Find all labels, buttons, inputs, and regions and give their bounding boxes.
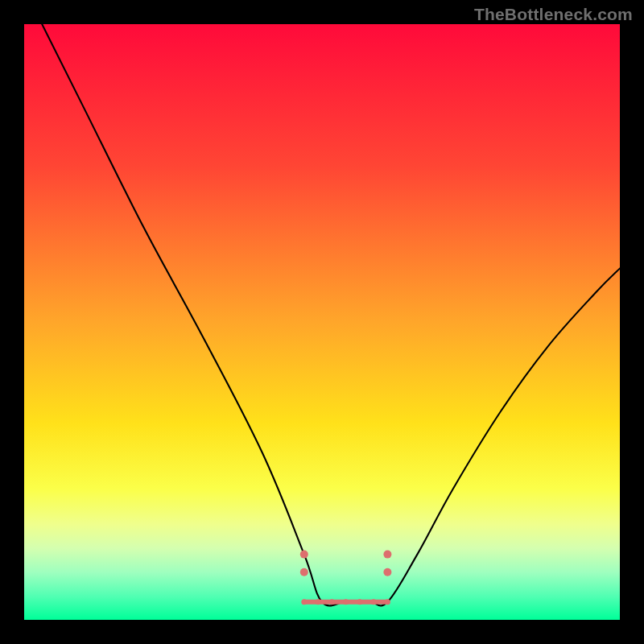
plot-area <box>24 24 620 620</box>
svg-point-6 <box>357 599 362 605</box>
svg-point-8 <box>385 599 390 605</box>
svg-point-5 <box>343 599 349 605</box>
svg-point-10 <box>383 551 391 559</box>
svg-point-3 <box>316 599 321 605</box>
svg-point-2 <box>301 599 307 605</box>
watermark-text: TheBottleneck.com <box>474 5 633 24</box>
svg-point-9 <box>300 551 308 559</box>
svg-point-11 <box>300 568 308 576</box>
svg-point-12 <box>383 568 391 576</box>
svg-point-7 <box>371 599 377 605</box>
bottleneck-curve <box>24 24 620 620</box>
svg-point-4 <box>329 599 335 605</box>
chart-container: TheBottleneck.com <box>0 0 644 644</box>
